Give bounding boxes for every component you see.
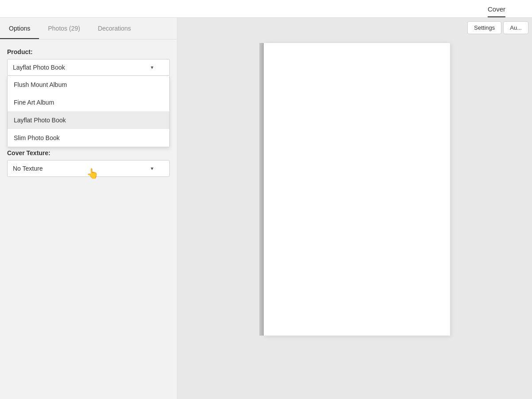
- settings-button[interactable]: Settings: [467, 21, 501, 34]
- top-bar: Cover: [0, 0, 532, 18]
- cover-texture-select[interactable]: No Texture ▾: [7, 160, 170, 177]
- cover-texture-label: Cover Texture:: [7, 149, 170, 156]
- right-toolbar: Settings Au...: [467, 21, 532, 34]
- cover-tab-label[interactable]: Cover: [488, 5, 505, 17]
- main-layout: Options Photos (29) Decorations Product:…: [0, 18, 532, 399]
- canvas-area: [177, 43, 532, 399]
- book-page-right: [264, 43, 450, 336]
- tabs-bar: Options Photos (29) Decorations: [0, 18, 177, 39]
- cover-texture-value: No Texture: [13, 165, 43, 172]
- dropdown-item-slim-photo-book[interactable]: Slim Photo Book: [8, 129, 169, 147]
- book-preview: [259, 43, 450, 336]
- tab-photos[interactable]: Photos (29): [39, 18, 89, 39]
- book-spine: [259, 43, 264, 336]
- dropdown-item-flush-mount-album[interactable]: Flush Mount Album: [8, 76, 169, 94]
- dropdown-item-layflat-photo-book[interactable]: Layflat Photo Book: [8, 111, 169, 129]
- tab-options[interactable]: Options: [0, 18, 39, 39]
- right-panel: Settings Au...: [177, 18, 532, 399]
- tab-decorations[interactable]: Decorations: [89, 18, 140, 39]
- product-label: Product:: [7, 48, 170, 55]
- product-selected-value: Layflat Photo Book: [13, 64, 65, 71]
- left-panel: Options Photos (29) Decorations Product:…: [0, 18, 177, 399]
- auto-button[interactable]: Au...: [503, 21, 528, 34]
- chevron-down-icon: ▾: [151, 165, 153, 172]
- dropdown-item-fine-art-album[interactable]: Fine Art Album: [8, 94, 169, 111]
- product-select[interactable]: Layflat Photo Book ▾: [7, 59, 170, 76]
- cover-texture-section: Cover Texture: No Texture ▾: [0, 142, 177, 184]
- options-panel: Product: Layflat Photo Book ▾ Flush Moun…: [0, 39, 177, 85]
- cover-texture-select-wrapper: No Texture ▾: [7, 160, 170, 177]
- product-select-wrapper: Layflat Photo Book ▾ Flush Mount Album F…: [7, 59, 170, 76]
- product-dropdown-menu: Flush Mount Album Fine Art Album Layflat…: [7, 76, 170, 147]
- chevron-down-icon: ▾: [151, 64, 153, 70]
